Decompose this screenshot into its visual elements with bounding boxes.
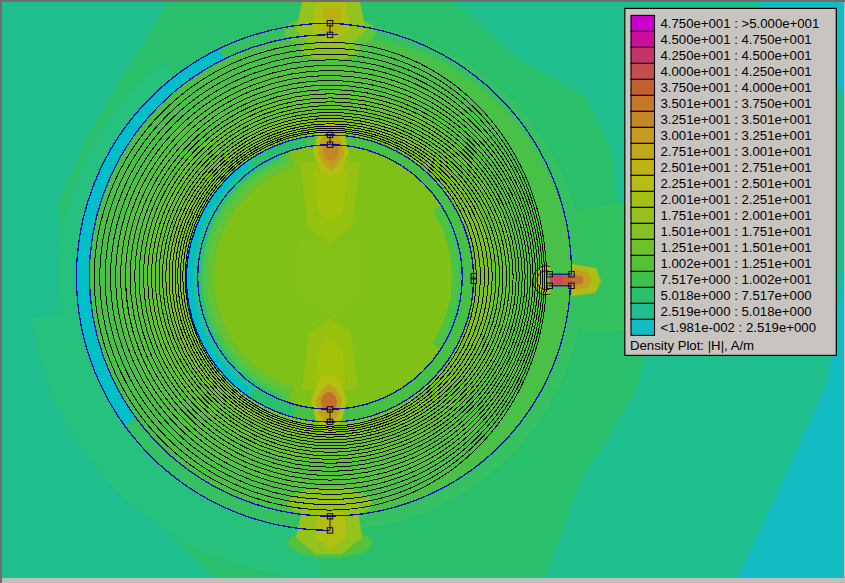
svg-text:3.501e+001 : 3.750e+001: 3.501e+001 : 3.750e+001	[661, 96, 812, 111]
svg-text:2.251e+001 : 2.501e+001: 2.251e+001 : 2.501e+001	[661, 176, 812, 191]
svg-text:4.000e+001 : 4.250e+001: 4.000e+001 : 4.250e+001	[661, 64, 812, 79]
svg-text:2.519e+000 : 5.018e+000: 2.519e+000 : 5.018e+000	[661, 304, 812, 319]
svg-text:4.250e+001 : 4.500e+001: 4.250e+001 : 4.500e+001	[661, 48, 812, 63]
svg-text:3.251e+001 : 3.501e+001: 3.251e+001 : 3.501e+001	[661, 112, 812, 127]
svg-text:1.002e+001 : 1.251e+001: 1.002e+001 : 1.251e+001	[661, 256, 812, 271]
svg-text:Density Plot: |H|, A/m: Density Plot: |H|, A/m	[630, 338, 754, 353]
svg-text:7.517e+000 : 1.002e+001: 7.517e+000 : 1.002e+001	[661, 272, 812, 287]
svg-text:4.500e+001 : 4.750e+001: 4.500e+001 : 4.750e+001	[661, 32, 812, 47]
svg-text:2.001e+001 : 2.251e+001: 2.001e+001 : 2.251e+001	[661, 192, 812, 207]
svg-text:3.001e+001 : 3.251e+001: 3.001e+001 : 3.251e+001	[661, 128, 812, 143]
svg-text:2.501e+001 : 2.751e+001: 2.501e+001 : 2.751e+001	[661, 160, 812, 175]
svg-text:4.750e+001 : >5.000e+001: 4.750e+001 : >5.000e+001	[661, 16, 820, 31]
svg-text:1.751e+001 : 2.001e+001: 1.751e+001 : 2.001e+001	[661, 208, 812, 223]
svg-text:1.251e+001 : 1.501e+001: 1.251e+001 : 1.501e+001	[661, 240, 812, 255]
svg-text:3.750e+001 : 4.000e+001: 3.750e+001 : 4.000e+001	[661, 80, 812, 95]
svg-text:2.751e+001 : 3.001e+001: 2.751e+001 : 3.001e+001	[661, 144, 812, 159]
svg-text:1.501e+001 : 1.751e+001: 1.501e+001 : 1.751e+001	[661, 224, 812, 239]
svg-text:5.018e+000 : 7.517e+000: 5.018e+000 : 7.517e+000	[661, 288, 812, 303]
svg-text:<1.981e-002 : 2.519e+000: <1.981e-002 : 2.519e+000	[661, 320, 816, 335]
